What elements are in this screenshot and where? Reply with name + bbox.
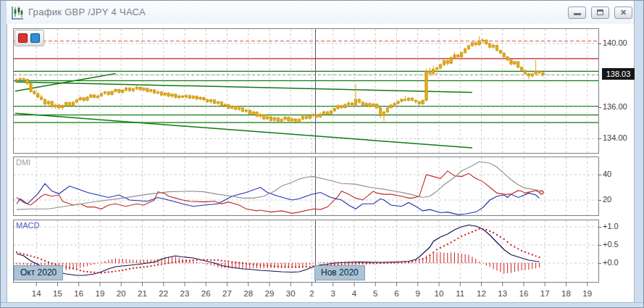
- x-axis-label: 21: [134, 289, 151, 298]
- minimize-icon: [574, 13, 581, 15]
- close-button[interactable]: ✕: [614, 7, 632, 19]
- dmi-panel[interactable]: DMI: [13, 157, 599, 216]
- x-axis-label: 3: [325, 289, 342, 298]
- x-axis-label: 10: [430, 289, 448, 298]
- dmi-chart[interactable]: [14, 157, 598, 215]
- x-axis-label: 23: [176, 289, 193, 298]
- x-axis-label: 19: [579, 289, 596, 298]
- x-axis-label: 6: [388, 289, 406, 298]
- x-axis-label: 17: [536, 289, 553, 298]
- macd-tick-label: +1.0: [603, 222, 619, 230]
- trend-line: [15, 113, 472, 148]
- restore-button[interactable]: [591, 7, 609, 19]
- minus_di-end-marker: [540, 191, 543, 194]
- x-axis-label: 9: [409, 289, 427, 298]
- blue-square-button[interactable]: [30, 33, 40, 43]
- x-axis-label: 13: [494, 289, 511, 298]
- minimize-button[interactable]: [568, 7, 586, 19]
- trend-line: [15, 82, 472, 92]
- x-axis-label: 22: [155, 289, 172, 298]
- candlestick-chart-icon: [9, 5, 25, 21]
- month-label-oct: Окт 2020: [14, 265, 63, 280]
- window-frame-right: [634, 1, 644, 308]
- x-axis-label: 30: [282, 289, 299, 298]
- red-square-button[interactable]: [18, 33, 28, 43]
- x-axis-label: 18: [558, 289, 575, 298]
- x-axis-label: 2: [304, 289, 321, 298]
- x-axis-label: 19: [91, 289, 109, 298]
- dmi-tick-label: 20: [603, 195, 611, 204]
- x-axis-label: 5: [367, 289, 384, 298]
- signal-line-dots: [16, 228, 540, 274]
- x-axis-label: 11: [451, 289, 469, 298]
- chart-toolbar: [14, 30, 44, 46]
- price-chart-panel[interactable]: [13, 28, 599, 154]
- minus_di-line: [17, 171, 540, 214]
- chart-window: График GBP /JPY 4 ЧАСА ✕ DMI MACD Окт 20…: [0, 0, 644, 308]
- macd-chart[interactable]: [14, 220, 598, 282]
- macd-panel[interactable]: MACD: [13, 220, 599, 283]
- close-icon: ✕: [615, 7, 632, 18]
- dmi-tick-label: 40: [603, 170, 611, 178]
- macd-tick-label: +0.5: [603, 240, 619, 249]
- price-tick-label: 136.00: [603, 102, 627, 111]
- adx-line: [17, 162, 540, 209]
- x-axis-label: 12: [473, 289, 490, 298]
- price-tick-label: 134.00: [603, 133, 627, 142]
- x-axis-label: 28: [240, 289, 257, 298]
- x-axis-ticks: [13, 283, 599, 288]
- x-axis-label: 29: [261, 289, 278, 298]
- x-axis-label: 16: [515, 289, 532, 298]
- x-axis-label: 15: [49, 289, 67, 298]
- x-axis-label: 14: [28, 289, 45, 298]
- x-axis-label: 16: [70, 289, 88, 298]
- candles: [15, 36, 544, 123]
- month-label-nov: Нов 2020: [314, 265, 365, 280]
- x-axis-label: 20: [112, 289, 130, 298]
- x-axis-label: 26: [197, 289, 214, 298]
- window-title: График GBP /JPY 4 ЧАСА: [28, 7, 146, 17]
- titlebar[interactable]: График GBP /JPY 4 ЧАСА: [7, 1, 634, 24]
- window-frame-left: [1, 1, 7, 308]
- price-tick-label: 140.00: [603, 38, 627, 47]
- x-axis-label: 27: [219, 289, 236, 298]
- restore-icon: [597, 9, 603, 15]
- current-price-badge: 138.03: [602, 68, 635, 80]
- dmi-label: DMI: [16, 158, 30, 167]
- x-axis-label: 4: [346, 289, 363, 298]
- macd-label: MACD: [16, 221, 39, 230]
- macd-tick-label: +0.0: [603, 258, 619, 267]
- window-frame-bottom: [1, 302, 644, 308]
- candlestick-chart[interactable]: [14, 29, 598, 153]
